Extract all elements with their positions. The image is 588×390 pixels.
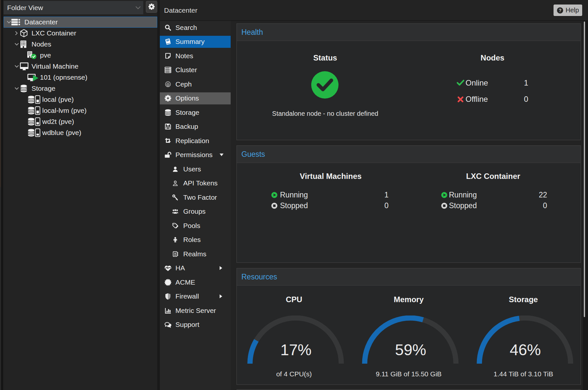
svg-text:?: ? xyxy=(559,8,562,13)
